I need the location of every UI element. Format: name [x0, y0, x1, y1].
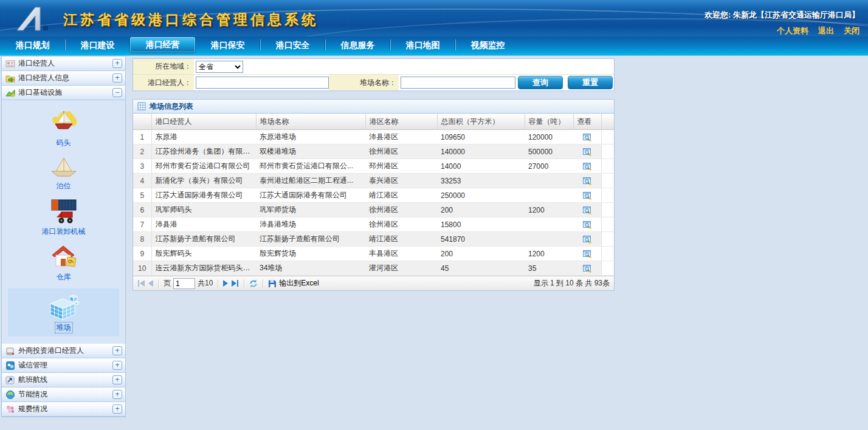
main-nav: 港口规划港口建设港口经营港口保安港口安全信息服务港口地图视频监控: [0, 36, 868, 55]
first-page-icon[interactable]: [137, 280, 145, 287]
view-record-icon[interactable]: [582, 220, 592, 230]
sidebar-group[interactable]: 诚信管理+: [2, 358, 125, 373]
nav-tab-6[interactable]: 信息服务: [325, 36, 390, 53]
cell-yard-name: 巩军师货场: [256, 203, 365, 217]
sidebar-group[interactable]: 节能情况+: [2, 387, 125, 402]
header-row: 港口经营人堆场名称港区名称总面积（平方米）容量（吨）查看: [133, 114, 614, 130]
cell-capacity: [525, 217, 573, 232]
floppy-disk-icon: [268, 279, 277, 288]
nav-tab-2[interactable]: 港口建设: [65, 36, 130, 53]
nav-tab-5[interactable]: 港口安全: [260, 36, 325, 53]
cell-capacity: [525, 174, 573, 188]
view-record-icon[interactable]: [582, 191, 592, 200]
expand-icon[interactable]: +: [112, 73, 122, 83]
panel-title: 堆场信息列表: [150, 101, 193, 112]
region-select[interactable]: 全省: [196, 61, 243, 73]
fee-icon: [5, 404, 15, 414]
nav-tab-3[interactable]: 港口经营: [130, 37, 195, 52]
expand-icon[interactable]: +: [112, 361, 122, 370]
infrastructure-icon: [5, 88, 15, 98]
sidebar-group-label: 航班航线: [18, 375, 47, 385]
last-page-icon[interactable]: [231, 280, 239, 287]
cell-view: [573, 188, 601, 203]
cell-operator: 殷宪辉码头: [151, 247, 256, 261]
cell-operator: 邳州市黄石货运港口有限公司: [151, 159, 256, 174]
cell-operator: 沛县港: [151, 217, 256, 232]
expand-icon[interactable]: +: [112, 346, 122, 355]
prev-page-icon[interactable]: [148, 280, 153, 287]
cell-yard-name: 34堆场: [256, 261, 365, 276]
row-number: 2: [133, 145, 151, 159]
wharf-boat-icon: [49, 108, 78, 137]
cell-total-area: 33253: [437, 174, 525, 188]
query-button[interactable]: 查询: [518, 76, 563, 89]
app-title: 江苏省省级港口综合管理信息系统: [63, 10, 319, 29]
nav-tab-8[interactable]: 视频监控: [455, 36, 520, 53]
logout-link[interactable]: 退出: [818, 26, 834, 35]
refresh-icon[interactable]: [249, 279, 258, 288]
facility-item[interactable]: 港口装卸机械: [41, 197, 87, 237]
nav-tab-7[interactable]: 港口地图: [390, 36, 455, 53]
collapse-icon[interactable]: −: [112, 88, 122, 97]
view-record-icon[interactable]: [582, 176, 592, 186]
cell-spacer: [601, 174, 614, 188]
expand-icon[interactable]: +: [112, 59, 122, 68]
view-record-icon[interactable]: [582, 234, 592, 244]
operator-card-icon: [5, 59, 15, 69]
cell-yard-name: 泰州港过船港区二期工程通...: [256, 174, 365, 188]
cell-capacity: 500000: [525, 145, 573, 159]
sidebar-group-label: 诚信管理: [18, 360, 47, 370]
cell-view: [573, 261, 601, 276]
berth-paperboat-icon: [49, 154, 78, 180]
facility-item[interactable]: 堆场: [8, 288, 119, 336]
cell-port-area: 丰县港区: [365, 247, 437, 261]
view-record-icon[interactable]: [582, 132, 592, 142]
view-record-icon[interactable]: [582, 162, 592, 171]
app-logo-icon: [16, 5, 55, 35]
search-buttons: 查询 重置: [515, 75, 614, 90]
facility-item[interactable]: 码头: [49, 108, 78, 148]
sidebar-group[interactable]: 港口经营人+: [2, 56, 125, 71]
sidebar-group[interactable]: 港口经营人信息+: [2, 71, 125, 86]
nav-tab-1[interactable]: 港口规划: [0, 36, 65, 53]
expand-icon[interactable]: +: [112, 375, 122, 384]
facility-item[interactable]: 仓库: [49, 243, 78, 282]
cell-view: [573, 232, 601, 247]
cell-operator: 巩军师码头: [151, 203, 256, 217]
cell-view: [573, 217, 601, 232]
export-excel-button[interactable]: 输出到Excel: [268, 278, 319, 288]
sidebar-group[interactable]: 航班航线+: [2, 373, 125, 387]
reset-button[interactable]: 重置: [568, 76, 613, 89]
sidebar-group[interactable]: 外商投资港口经营人+: [2, 344, 125, 358]
integrity-icon: [5, 361, 15, 370]
energy-icon: [5, 390, 15, 400]
page-number-input[interactable]: [173, 278, 195, 289]
pager-divider: [263, 279, 263, 288]
sidebar-group-label: 港口基础设施: [18, 87, 62, 98]
view-record-icon[interactable]: [582, 205, 592, 215]
view-record-icon[interactable]: [582, 249, 592, 259]
cell-total-area: 109650: [437, 130, 525, 145]
expand-icon[interactable]: +: [112, 390, 122, 399]
nav-tab-4[interactable]: 港口保安: [195, 36, 260, 53]
facility-label: 码头: [55, 138, 72, 148]
yard-name-input[interactable]: [401, 77, 515, 89]
close-link[interactable]: 关闭: [844, 26, 859, 35]
facility-item[interactable]: 泊位: [49, 154, 78, 191]
cell-spacer: [601, 130, 614, 145]
view-record-icon[interactable]: [582, 264, 592, 273]
view-record-icon[interactable]: [582, 147, 592, 157]
operator-input[interactable]: [196, 77, 329, 89]
storage-yard-icon: [48, 293, 80, 321]
sidebar-group[interactable]: 港口基础设施−: [2, 86, 125, 100]
cell-operator: 东原港: [151, 130, 256, 145]
next-page-icon[interactable]: [223, 280, 229, 287]
sidebar-group[interactable]: 规费情况+: [2, 402, 125, 417]
expand-icon[interactable]: +: [112, 404, 122, 414]
export-excel-label: 输出到Excel: [279, 278, 319, 288]
cell-total-area: 45: [437, 261, 525, 276]
cell-capacity: 120000: [525, 130, 573, 145]
profile-link[interactable]: 个人资料: [777, 26, 808, 35]
total-pages-label: 共10: [198, 278, 213, 288]
route-icon: [5, 375, 15, 385]
